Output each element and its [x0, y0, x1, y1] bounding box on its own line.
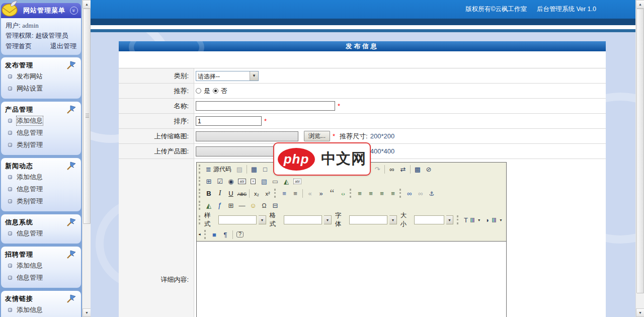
recommend-no-radio[interactable]: [213, 88, 218, 94]
toolbar-handle[interactable]: [199, 189, 202, 198]
justify-block-button[interactable]: [387, 188, 398, 199]
unlink-button[interactable]: [415, 188, 426, 199]
style-combo[interactable]: 样式 ▼: [204, 211, 266, 228]
font-combo-box[interactable]: [349, 215, 388, 224]
sidebar-item-info-manage[interactable]: 信息管理: [5, 227, 77, 240]
collapse-toolbar-icon[interactable]: [198, 232, 203, 237]
sidebar-item-recruit-manage[interactable]: 信息管理: [5, 272, 77, 284]
sidebar-item-publish-site[interactable]: 发布网站: [5, 70, 77, 83]
checkbox-button[interactable]: [214, 176, 225, 187]
sidebar-item-links-add[interactable]: 添加信息: [5, 304, 77, 316]
page-scrollbar[interactable]: ▲ ▼: [635, 0, 644, 317]
radio-field-button[interactable]: [225, 176, 236, 187]
sidebar-item-product-add[interactable]: 添加信息: [5, 115, 77, 127]
justify-left-button[interactable]: [354, 188, 365, 199]
table-button[interactable]: [225, 200, 236, 211]
combo-arrow-icon[interactable]: ▼: [389, 215, 396, 224]
unordered-list-button[interactable]: [290, 188, 301, 199]
redo-button[interactable]: [372, 164, 383, 175]
sidebar-scrollbar[interactable]: ▲ ▼: [82, 0, 91, 317]
find-button[interactable]: [386, 164, 397, 175]
scroll-up-icon[interactable]: ▲: [83, 0, 91, 9]
sidebar-item-news-category[interactable]: 类别管理: [5, 195, 77, 207]
sidebar-item-news-add[interactable]: 添加信息: [5, 171, 77, 183]
flash-button[interactable]: [214, 200, 225, 211]
hidden-field-button[interactable]: [292, 176, 303, 187]
subscript-button[interactable]: [251, 188, 262, 199]
format-combo-box[interactable]: [284, 215, 323, 224]
show-blocks-button[interactable]: [220, 229, 231, 240]
link-button[interactable]: [404, 188, 415, 199]
combo-arrow-icon[interactable]: ▼: [324, 215, 331, 224]
toolbar-handle[interactable]: [204, 230, 207, 239]
anchor-button[interactable]: [426, 188, 437, 199]
style-combo-box[interactable]: [218, 215, 257, 224]
insert-image-button[interactable]: [203, 200, 214, 211]
indent-button[interactable]: [315, 188, 327, 199]
name-input[interactable]: [196, 101, 335, 111]
toolbar-handle[interactable]: [350, 189, 353, 198]
sidebar-item-recruit-add[interactable]: 添加信息: [5, 260, 77, 272]
category-select[interactable]: 请选择-- ▼: [196, 71, 259, 81]
thumbnail-browse-button[interactable]: 浏览...: [304, 131, 330, 141]
underline-button[interactable]: [225, 188, 236, 199]
toolbar-handle[interactable]: [199, 201, 202, 210]
toolbar-handle[interactable]: [199, 165, 202, 174]
toolbar-handle[interactable]: [199, 177, 202, 186]
maximize-button[interactable]: [209, 229, 220, 240]
save-button[interactable]: [249, 164, 260, 175]
textarea-button[interactable]: [248, 176, 259, 187]
form-button-button[interactable]: [270, 176, 281, 187]
text-color-button[interactable]: T▼: [461, 215, 484, 225]
new-page-button[interactable]: [260, 164, 271, 175]
justify-right-button[interactable]: [376, 188, 387, 199]
combo-arrow-icon[interactable]: ▼: [446, 215, 453, 224]
special-character-button[interactable]: [259, 200, 270, 211]
scroll-up-icon[interactable]: ▲: [636, 0, 644, 9]
font-combo[interactable]: 字体 ▼: [335, 211, 397, 228]
horizontal-rule-button[interactable]: [236, 200, 248, 211]
scrollbar-thumb[interactable]: [636, 9, 644, 293]
insert-form-button[interactable]: [203, 176, 214, 187]
sort-order-input[interactable]: [196, 116, 262, 126]
justify-center-button[interactable]: [365, 188, 376, 199]
logout-link[interactable]: 退出管理: [50, 41, 76, 51]
source-button[interactable]: 源代码: [203, 164, 234, 175]
combo-arrow-icon[interactable]: ▼: [259, 215, 266, 224]
div-container-button[interactable]: [338, 188, 349, 199]
selection-field-button[interactable]: [259, 176, 270, 187]
remove-format-button[interactable]: [423, 164, 434, 175]
scrollbar-thumb[interactable]: [83, 9, 91, 224]
paste-button[interactable]: [234, 164, 245, 175]
sidebar-item-news-manage[interactable]: 信息管理: [5, 183, 77, 195]
image-button-button[interactable]: [281, 176, 292, 187]
blockquote-button[interactable]: [327, 188, 338, 199]
outdent-button[interactable]: [304, 188, 315, 199]
sidebar-item-product-category[interactable]: 类别管理: [5, 139, 77, 151]
sidebar-item-site-settings[interactable]: 网站设置: [5, 83, 77, 95]
editor-content-area[interactable]: [197, 241, 506, 317]
select-all-button[interactable]: [412, 164, 423, 175]
size-combo-box[interactable]: [414, 215, 444, 224]
toolbar-handle[interactable]: [199, 215, 202, 224]
sidebar-item-product-manage[interactable]: 信息管理: [5, 127, 77, 139]
ordered-list-button[interactable]: [279, 188, 290, 199]
scroll-down-icon[interactable]: ▼: [636, 308, 644, 317]
text-field-button[interactable]: [236, 176, 248, 187]
toolbar-handle[interactable]: [274, 189, 277, 198]
background-color-button[interactable]: ◗▼: [484, 215, 505, 225]
replace-button[interactable]: [397, 164, 409, 175]
page-break-button[interactable]: [270, 200, 281, 211]
recommend-yes-radio[interactable]: [196, 88, 201, 94]
bold-button[interactable]: [203, 188, 214, 199]
collapse-menu-icon[interactable]: [70, 7, 78, 15]
size-combo[interactable]: 大小 ▼: [400, 211, 454, 228]
thumbnail-file-input[interactable]: [196, 131, 298, 141]
admin-home-link[interactable]: 管理首页: [6, 41, 32, 51]
strikethrough-button[interactable]: [236, 188, 248, 199]
toolbar-handle[interactable]: [457, 215, 460, 224]
italic-button[interactable]: [214, 188, 225, 199]
select-arrow-icon[interactable]: ▼: [250, 71, 258, 81]
scroll-down-icon[interactable]: ▼: [83, 308, 91, 317]
toolbar-handle[interactable]: [399, 189, 403, 198]
